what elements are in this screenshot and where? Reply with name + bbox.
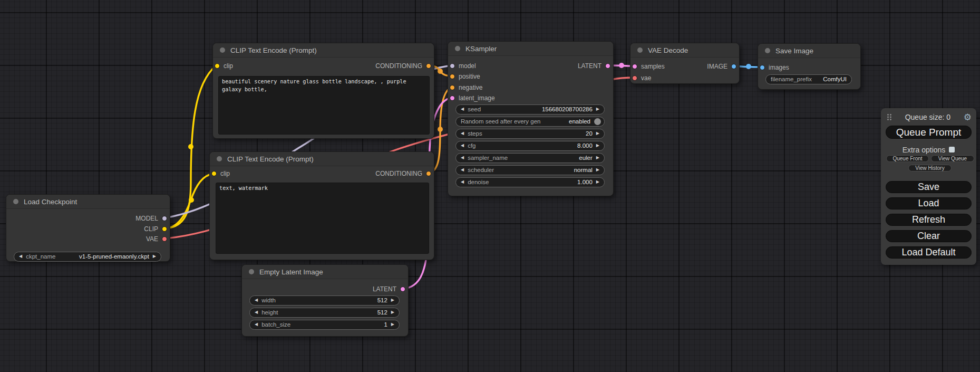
output-LATENT[interactable]: LATENT	[373, 285, 405, 293]
clip-output-port-icon[interactable]	[162, 226, 167, 232]
node-clip-text-encode-negative[interactable]: CLIP Text Encode (Prompt)clipCONDITIONIN…	[209, 151, 434, 260]
node-title-bar[interactable]: CLIP Text Encode (Prompt)	[210, 152, 434, 166]
output-LATENT[interactable]: LATENT	[578, 62, 610, 70]
refresh-button[interactable]: Refresh	[886, 214, 972, 226]
widget-width[interactable]: ◀width512▶	[249, 295, 400, 306]
output-CONDITIONING[interactable]: CONDITIONING	[375, 169, 431, 178]
decrement-arrow-icon[interactable]: ◀	[19, 254, 22, 259]
extra-options-checkbox[interactable]	[949, 147, 955, 152]
conditioning-output-port-icon[interactable]	[426, 171, 431, 176]
decrement-arrow-icon[interactable]: ◀	[461, 168, 464, 172]
decrement-arrow-icon[interactable]: ◀	[461, 156, 464, 160]
node-title-bar[interactable]: CLIP Text Encode (Prompt)	[213, 43, 434, 58]
input-samples[interactable]: samples	[632, 62, 665, 71]
increment-arrow-icon[interactable]: ▶	[596, 156, 599, 160]
node-title-bar[interactable]: Save Image	[758, 44, 860, 58]
latent-output-port-icon[interactable]	[400, 287, 405, 292]
collapse-dot-icon[interactable]	[217, 156, 222, 161]
queue-prompt-button[interactable]: Queue Prompt	[886, 126, 972, 139]
widget-height[interactable]: ◀height512▶	[249, 308, 400, 318]
input-images[interactable]: images	[760, 63, 789, 72]
decrement-arrow-icon[interactable]: ◀	[461, 107, 464, 111]
widget-steps[interactable]: ◀steps20▶	[455, 129, 605, 139]
save-button[interactable]: Save	[886, 181, 972, 193]
input-latent_image[interactable]: latent_image	[450, 94, 495, 102]
node-load-checkpoint[interactable]: Load CheckpointMODELCLIPVAE◀ckpt_namev1-…	[6, 194, 170, 262]
decrement-arrow-icon[interactable]: ◀	[461, 180, 464, 184]
decrement-arrow-icon[interactable]: ◀	[461, 144, 464, 148]
decrement-arrow-icon[interactable]: ◀	[255, 298, 258, 302]
increment-arrow-icon[interactable]: ▶	[596, 131, 599, 136]
prompt-textarea[interactable]: text, watermark	[216, 183, 429, 254]
increment-arrow-icon[interactable]: ▶	[153, 254, 156, 259]
toggle-knob-icon[interactable]	[594, 118, 601, 125]
vae-input-port-icon[interactable]	[632, 75, 637, 81]
collapse-dot-icon[interactable]	[455, 46, 460, 51]
widget-scheduler[interactable]: ◀schedulernormal▶	[455, 165, 605, 175]
graph-canvas[interactable]: Load CheckpointMODELCLIPVAE◀ckpt_namev1-…	[0, 0, 980, 372]
increment-arrow-icon[interactable]: ▶	[391, 298, 394, 302]
increment-arrow-icon[interactable]: ▶	[596, 144, 599, 148]
decrement-arrow-icon[interactable]: ◀	[255, 322, 258, 327]
drag-handle-icon[interactable]	[887, 113, 892, 121]
clip-input-port-icon[interactable]	[211, 171, 217, 176]
decrement-arrow-icon[interactable]: ◀	[461, 131, 464, 136]
widget-filename_prefix[interactable]: filename_prefixComfyUI	[765, 74, 852, 84]
input-model[interactable]: model	[450, 62, 476, 70]
input-clip[interactable]: clip	[211, 169, 230, 178]
latent-input-port-icon[interactable]	[450, 96, 455, 101]
view-history-button[interactable]: View History	[908, 165, 952, 171]
collapse-dot-icon[interactable]	[765, 48, 770, 53]
clip-input-port-icon[interactable]	[215, 63, 220, 69]
widget-seed[interactable]: ◀seed156680208700286▶	[455, 104, 605, 115]
clear-button[interactable]: Clear	[886, 230, 972, 242]
widget-ckpt_name[interactable]: ◀ckpt_namev1-5-pruned-emaonly.ckpt▶	[14, 252, 161, 262]
node-clip-text-encode-positive[interactable]: CLIP Text Encode (Prompt)clipCONDITIONIN…	[212, 43, 434, 139]
queue-front-button[interactable]: Queue Front	[886, 155, 929, 162]
widget-sampler_name[interactable]: ◀sampler_nameeuler▶	[455, 153, 605, 163]
node-title-bar[interactable]: KSampler	[448, 42, 613, 56]
settings-gear-icon[interactable]: ⚙	[964, 113, 972, 122]
output-MODEL[interactable]: MODEL	[135, 214, 167, 223]
input-vae[interactable]: vae	[632, 74, 651, 82]
node-vae-decode[interactable]: VAE DecodesamplesvaeIMAGE	[630, 43, 740, 84]
output-IMAGE[interactable]: IMAGE	[707, 62, 736, 71]
node-title-bar[interactable]: Load Checkpoint	[6, 195, 170, 209]
increment-arrow-icon[interactable]: ▶	[391, 310, 394, 314]
collapse-dot-icon[interactable]	[637, 47, 643, 53]
collapse-dot-icon[interactable]	[249, 269, 254, 274]
view-queue-button[interactable]: View Queue	[931, 155, 974, 162]
latent-output-port-icon[interactable]	[605, 63, 610, 69]
image-input-port-icon[interactable]	[760, 65, 765, 70]
increment-arrow-icon[interactable]: ▶	[596, 180, 599, 184]
increment-arrow-icon[interactable]: ▶	[596, 168, 599, 172]
decrement-arrow-icon[interactable]: ◀	[255, 310, 258, 314]
model-output-port-icon[interactable]	[162, 216, 167, 221]
output-VAE[interactable]: VAE	[146, 235, 167, 243]
output-CLIP[interactable]: CLIP	[144, 225, 167, 233]
node-title-bar[interactable]: VAE Decode	[630, 43, 739, 58]
load-default-button[interactable]: Load Default	[886, 246, 972, 259]
image-output-port-icon[interactable]	[731, 64, 736, 69]
widget-Random seed after every gen[interactable]: Random seed after every genenabled	[455, 117, 605, 127]
latent-input-port-icon[interactable]	[632, 64, 637, 69]
node-empty-latent-image[interactable]: Empty Latent ImageLATENT◀width512▶◀heigh…	[241, 264, 409, 337]
input-positive[interactable]: positive	[450, 72, 480, 81]
widget-cfg[interactable]: ◀cfg8.000▶	[455, 141, 605, 151]
node-ksampler[interactable]: KSamplermodelpositivenegativelatent_imag…	[448, 41, 614, 196]
widget-denoise[interactable]: ◀denoise1.000▶	[455, 177, 605, 187]
conditioning-input-port-icon[interactable]	[450, 85, 455, 90]
collapse-dot-icon[interactable]	[220, 47, 225, 53]
conditioning-input-port-icon[interactable]	[450, 74, 455, 79]
input-clip[interactable]: clip	[215, 62, 233, 70]
prompt-textarea[interactable]: beautiful scenery nature glass bottle la…	[218, 76, 430, 135]
conditioning-output-port-icon[interactable]	[426, 63, 431, 69]
output-CONDITIONING[interactable]: CONDITIONING	[375, 62, 431, 70]
node-save-image[interactable]: Save Imageimagesfilename_prefixComfyUI	[758, 43, 861, 90]
node-title-bar[interactable]: Empty Latent Image	[242, 265, 408, 279]
model-input-port-icon[interactable]	[450, 63, 455, 69]
vae-output-port-icon[interactable]	[162, 236, 167, 242]
load-button[interactable]: Load	[886, 197, 972, 209]
input-negative[interactable]: negative	[450, 83, 482, 92]
increment-arrow-icon[interactable]: ▶	[391, 322, 394, 327]
